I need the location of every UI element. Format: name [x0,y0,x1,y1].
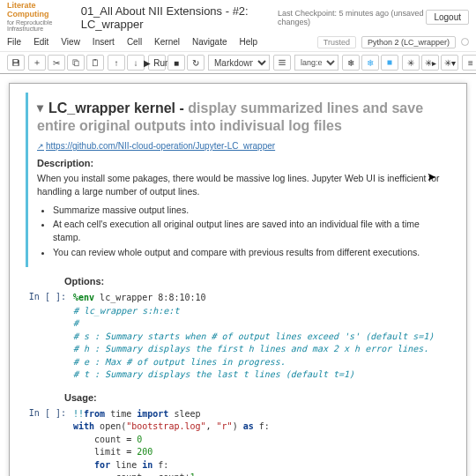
brand-top: Literate Computing [7,2,76,19]
menu-navigate[interactable]: Navigate [192,37,227,47]
repo-link[interactable]: https://github.com/NII-cloud-operation/J… [37,141,275,151]
menu-view[interactable]: View [61,37,80,47]
list-item: At each cell's execution all original ou… [53,218,443,243]
input-prompt: In [ ]: [26,406,71,476]
add-cell-button[interactable]: ＋ [28,55,46,71]
description-text: When you install some pakages, there wou… [37,172,443,197]
svg-rect-1 [75,61,78,66]
menu-kernel[interactable]: Kernel [154,37,180,47]
unfreeze-all-button[interactable]: ✳ [402,55,420,71]
heading: ▾LC_wrapper kernel - display summarized … [37,100,443,135]
command-palette-button[interactable] [273,55,291,71]
mouse-cursor-icon: ➤ [427,170,436,183]
notebook-title[interactable]: 01_All About NII Extensions - #2: LC_wra… [81,4,272,31]
menu-edit[interactable]: Edit [33,37,48,47]
code-cell-2[interactable]: In [ ]: !!from time import sleep with op… [26,406,450,476]
unfreeze-button[interactable] [381,55,398,71]
svg-rect-5 [279,63,286,63]
move-up-button[interactable]: ↑ [108,55,125,71]
paste-button[interactable] [86,55,104,71]
copy-button[interactable] [67,55,85,71]
kernel-name[interactable]: Python 2 (LC_wrapper) [361,36,456,48]
lang-select[interactable]: lang:en [294,55,338,71]
svg-rect-7 [388,61,392,65]
freeze-button[interactable]: ❄ [342,55,360,71]
toolbar: ＋ ✂ ↑ ↓ ▶Run ■ ↻ Markdown lang:en ❄ ❄ ✳ … [0,52,476,74]
options-heading: Options: [64,276,450,286]
interrupt-button[interactable]: ■ [167,55,185,71]
logout-button[interactable]: Logout [426,10,469,25]
menu-cell[interactable]: Cell [127,37,142,47]
save-button[interactable] [7,55,25,71]
menu-insert[interactable]: Insert [93,37,115,47]
brand: Literate Computing for Reproducible Infr… [7,2,76,33]
code-cell-1[interactable]: In [ ]: %env lc_wrapper 8:8:10:10 # lc_w… [26,290,450,383]
markdown-cell[interactable]: ▾LC_wrapper kernel - display summarized … [26,93,450,267]
freeze-below-button[interactable]: ❄ [361,55,379,71]
restart-button[interactable]: ↻ [187,55,205,71]
svg-rect-2 [93,60,98,66]
description-heading: Description: [37,158,443,168]
brand-sub: for Reproducible Infrastructure [7,19,76,33]
menu-help[interactable]: Help [239,37,257,47]
cut-button[interactable]: ✂ [48,55,65,71]
list-item: Summarize massive output lines. [53,204,443,217]
code-area[interactable]: %env lc_wrapper 8:8:10:10 # lc_wrapper s… [71,290,450,383]
unfreeze-below-2-button[interactable]: ✳▸ [421,55,439,71]
checkpoint-text: Last Checkpoint: 5 minutes ago (unsaved … [278,9,427,26]
description-list: Summarize massive output lines. At each … [53,204,443,259]
collapse-caret-icon[interactable]: ▾ [37,100,43,116]
trusted-indicator[interactable]: Trusted [317,36,356,48]
code-area[interactable]: !!from time import sleep with open("boot… [71,406,450,476]
cell-type-select[interactable]: Markdown [208,55,270,71]
list-item: You can review whole output and compare … [53,246,443,259]
menu-file[interactable]: File [7,37,21,47]
collapse-button[interactable]: ≡ [462,55,476,71]
kernel-status-icon [461,38,469,46]
svg-rect-4 [279,60,286,61]
move-down-button[interactable]: ↓ [127,55,145,71]
svg-rect-3 [94,59,97,60]
usage-heading: Usage: [64,392,450,403]
input-prompt: In [ ]: [26,290,71,383]
unfreeze-below-3-button[interactable]: ✳▾ [441,55,458,71]
run-button[interactable]: ▶Run [148,55,166,71]
svg-rect-6 [279,64,286,65]
